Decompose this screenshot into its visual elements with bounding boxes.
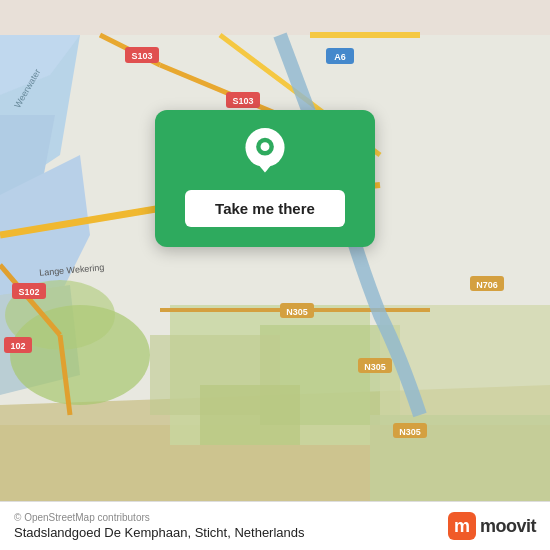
location-pin-icon [241, 128, 289, 176]
bottom-left-info: © OpenStreetMap contributors Stadslandgo… [14, 512, 305, 540]
moovit-logo: m moovit [448, 512, 536, 540]
svg-text:S102: S102 [18, 287, 39, 297]
copyright-text: © OpenStreetMap contributors [14, 512, 305, 523]
svg-text:S103: S103 [232, 96, 253, 106]
bottom-bar: © OpenStreetMap contributors Stadslandgo… [0, 501, 550, 550]
svg-text:N305: N305 [364, 362, 386, 372]
moovit-m-icon: m [448, 512, 476, 540]
svg-rect-13 [200, 385, 300, 445]
svg-text:N305: N305 [286, 307, 308, 317]
svg-text:N706: N706 [476, 280, 498, 290]
take-me-there-button[interactable]: Take me there [185, 190, 345, 227]
moovit-brand-text: moovit [480, 516, 536, 537]
map-container: S103 S103 A6 A6 S102 102 N305 N305 N305 … [0, 0, 550, 550]
svg-point-49 [261, 142, 270, 151]
svg-text:S103: S103 [131, 51, 152, 61]
popup-card: Take me there [155, 110, 375, 247]
location-name: Stadslandgoed De Kemphaan, Sticht, Nethe… [14, 525, 305, 540]
svg-text:A6: A6 [334, 52, 346, 62]
svg-text:102: 102 [10, 341, 25, 351]
svg-text:N305: N305 [399, 427, 421, 437]
